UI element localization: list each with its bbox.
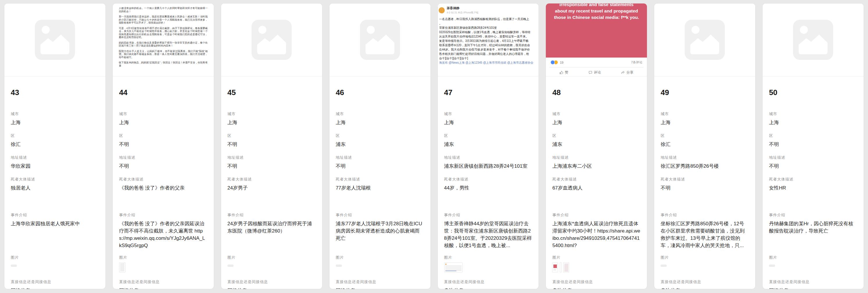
card-number: 44 xyxy=(119,88,208,105)
field-label-image: 图片 xyxy=(552,255,641,260)
field-label-city: 城市 xyxy=(336,111,424,117)
field-value-city: 上海 xyxy=(552,119,641,126)
field-label-deceased: 死者大体描述 xyxy=(660,177,749,182)
card-body: 48 城市 上海 区 浦东 地址描述 上海浦东寿二小区 死者大体描述 67岁血透… xyxy=(546,77,647,289)
field-label-city: 城市 xyxy=(119,111,208,117)
field-value-deceased: 女性HR xyxy=(769,184,857,192)
card-body: 43 城市 上海 区 徐汇 地址描述 华欣家园 死者大体描述 独居老人 事件介绍… xyxy=(4,77,105,289)
field-label-image: 图片 xyxy=(11,255,99,260)
card-media: irresponsible and false statements about… xyxy=(546,3,647,76)
field-value-city: 上海 xyxy=(119,119,208,126)
weibo-post-line: 一名志愿者，昨日我投入路浦西核酸检测的队伍，但是累了一天后晚上 xyxy=(439,17,538,21)
field-value-event: 坐标徐汇区罗秀路850弄26号楼，12号在小区群里求救需要硝酸甘油，没见到救护车… xyxy=(660,220,749,249)
field-label-event: 事件介绍 xyxy=(769,212,857,218)
card-media xyxy=(654,3,755,76)
image-attachments xyxy=(444,262,532,272)
image-attachments xyxy=(11,262,99,267)
image-thumbnail[interactable] xyxy=(336,265,342,267)
field-label-image: 图片 xyxy=(660,255,749,260)
record-card[interactable]: 人都没有这样的机会。一个病人需要几十个人的同时帮助和关怀才有可能获得一丝的机会！… xyxy=(113,3,214,289)
field-value-district: 不明 xyxy=(119,141,208,148)
field-label-address: 地址描述 xyxy=(227,155,316,160)
red-text-thumbnail[interactable] xyxy=(563,262,569,272)
field-value-district: 不明 xyxy=(227,141,316,148)
like-button[interactable]: 赞 xyxy=(559,70,568,75)
field-value-address: 不明 xyxy=(227,163,316,170)
field-value-district: 徐汇 xyxy=(660,141,749,148)
field-value-city: 上海 xyxy=(227,119,316,126)
image-thumbnail[interactable] xyxy=(11,265,17,267)
field-label-address: 地址描述 xyxy=(336,155,424,160)
screenshot-paragraph: 医院方也出于人道主义，让妈妈下楼来，但不能穿过隔离线，我们只能“隔线”相望。我们… xyxy=(119,50,208,59)
image-placeholder-icon xyxy=(360,20,400,60)
weibo-screenshot-thumbnail[interactable] xyxy=(444,262,463,272)
weibo-post-header: 茶香禅静4-2 02:31 来自 iPhone客户端 xyxy=(438,6,539,14)
record-card[interactable]: 49 城市 上海 区 徐汇 地址描述 徐汇区罗秀路850弄26号楼 死者大体描述… xyxy=(654,3,755,289)
comment-button[interactable]: 评论 xyxy=(589,70,601,75)
field-label-event: 事件介绍 xyxy=(227,212,316,218)
field-value-deceased: 44岁，男性 xyxy=(444,184,532,192)
record-card[interactable]: 46 城市 上海 区 浦东 地址描述 不明 死者大体描述 77岁老人沈瑞根 事件… xyxy=(329,3,431,289)
share-button[interactable]: 分享 xyxy=(621,70,633,75)
field-label-address: 地址描述 xyxy=(444,155,532,160)
field-label-address: 地址描述 xyxy=(660,155,749,160)
field-value-address: 不明 xyxy=(769,163,857,170)
action-label: 分享 xyxy=(626,70,633,75)
weibo-username: 茶香禅静 xyxy=(447,6,479,10)
document-thumbnail[interactable] xyxy=(119,262,125,272)
field-label-deceased: 死者大体描述 xyxy=(444,177,532,182)
field-label-direct: 直接信息还是间接信息 xyxy=(444,279,532,285)
field-value-direct: 网络信息 xyxy=(227,287,316,289)
weibo-post-line: 在44岁。我大伯和我大伯母70多岁老来丧子，对于整个事情我不做评价 xyxy=(439,48,538,52)
record-card[interactable]: 45 城市 上海 区 不明 地址描述 不明 死者大体描述 24岁男子 事件介绍 … xyxy=(221,3,322,289)
card-number: 48 xyxy=(552,88,641,105)
screenshot-paragraph: 收下我送来的物品，妈妈就“赶我回去”：快回去！快回去！外面不安全，你别再有事 xyxy=(119,61,208,67)
comment-count[interactable]: 7条评论 xyxy=(631,60,642,64)
action-label: 评论 xyxy=(594,70,601,75)
screenshot-paragraph: 人都没有这样的机会。一个病人需要几十个人的同时帮助和关怀才有可能获得一丝的机会！ xyxy=(119,7,208,13)
card-body: 44 城市 上海 区 不明 地址描述 不明 死者大体描述 《我的爸爸 没了》作者… xyxy=(113,77,214,289)
screenshot-essay-text: 人都没有这样的机会。一个病人需要几十个人的同时帮助和关怀才有可能获得一丝的机会！… xyxy=(113,3,214,67)
image-thumbnail[interactable] xyxy=(660,265,667,267)
image-attachments xyxy=(119,262,208,272)
field-value-direct: 网络信息 xyxy=(769,287,857,289)
card-media: 人都没有这样的机会。一个病人需要几十个人的同时帮助和关怀才有可能获得一丝的机会！… xyxy=(113,3,214,76)
field-label-image: 图片 xyxy=(119,255,208,260)
field-value-district: 徐汇 xyxy=(11,141,99,148)
image-placeholder-icon xyxy=(35,20,75,60)
field-label-city: 城市 xyxy=(552,111,641,117)
weibo-timestamp: 4-2 02:31 来自 iPhone客户端 xyxy=(447,11,479,14)
image-thumbnail[interactable] xyxy=(227,265,234,267)
field-value-deceased: 独居老人 xyxy=(11,184,99,192)
record-card[interactable]: 50 城市 上海 区 不明 地址描述 不明 死者大体描述 女性HR 事件介绍 丹… xyxy=(762,3,864,289)
screenshot-paragraph: 可是，4月3日被告知爸爸不得不进行高位截肢，由于下肢动脉硬化，整条腿要截去，身为… xyxy=(119,27,208,39)
weibo-post-line: 哥家住浦东新区唐镇创新西路28弄24号101室 xyxy=(439,26,538,30)
card-grid: 43 城市 上海 区 徐汇 地址描述 华欣家园 死者大体描述 独居老人 事件介绍… xyxy=(0,0,868,293)
image-placeholder-icon xyxy=(685,20,725,60)
avatar xyxy=(439,7,445,13)
field-value-district: 浦东 xyxy=(552,141,641,148)
card-media xyxy=(763,3,864,76)
field-value-event: 博主茶香禅静44岁的堂哥因延误治疗去世：我哥哥家住浦东新区唐镇创新西路28弄24… xyxy=(444,220,532,249)
field-value-direct: 身边信息 xyxy=(552,287,641,289)
red-post-thumbnail[interactable] xyxy=(552,262,558,272)
strip-thumbnail[interactable] xyxy=(560,262,561,272)
weibo-post-line: 恳求相关部门能帮忙处理好后续问题，并做好两位老人的心理疏导，给 xyxy=(439,52,538,56)
card-number: 49 xyxy=(660,88,749,105)
facebook-action-bar: 赞评论分享 xyxy=(549,67,644,76)
share-icon xyxy=(621,70,625,75)
field-label-district: 区 xyxy=(336,133,424,138)
field-label-deceased: 死者大体描述 xyxy=(227,177,316,182)
field-value-district: 不明 xyxy=(769,141,857,148)
field-value-deceased: 24岁男子 xyxy=(227,184,316,192)
field-label-city: 城市 xyxy=(11,111,99,117)
card-body: 46 城市 上海 区 浦东 地址描述 不明 死者大体描述 77岁老人沈瑞根 事件… xyxy=(330,77,431,289)
weibo-post-line: 合十][合十][合十][合十] xyxy=(439,56,538,60)
record-card[interactable]: irresponsible and false statements about… xyxy=(546,3,647,289)
record-card[interactable]: 43 城市 上海 区 徐汇 地址描述 华欣家园 死者大体描述 独居老人 事件介绍… xyxy=(4,3,106,289)
image-thumbnail[interactable] xyxy=(769,265,775,267)
field-value-address: 不明 xyxy=(336,163,424,170)
field-label-event: 事件介绍 xyxy=(444,212,532,218)
record-card[interactable]: 茶香禅静4-2 02:31 来自 iPhone客户端一名志愿者，昨日我投入路浦西… xyxy=(437,3,539,289)
field-label-direct: 直接信息还是间接信息 xyxy=(660,279,749,285)
